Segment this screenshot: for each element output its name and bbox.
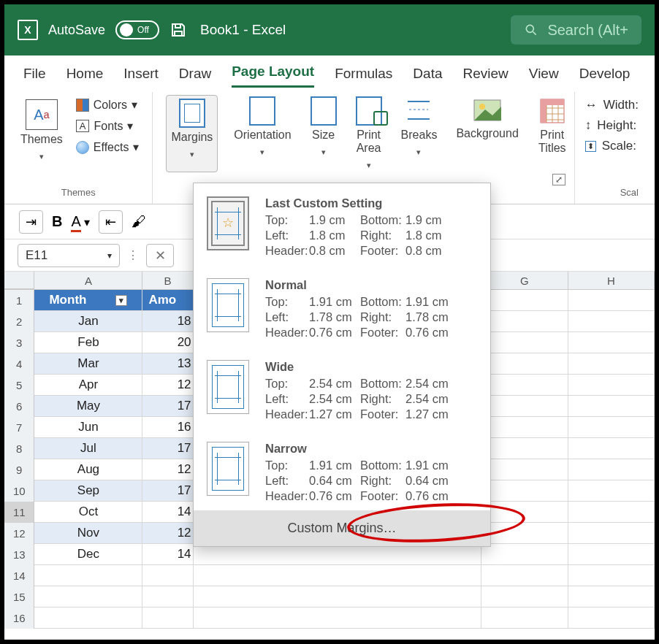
margins-button[interactable]: Margins <box>166 95 218 172</box>
page-setup-launcher[interactable]: ⤢ <box>552 174 565 185</box>
effects-button[interactable]: Effects ▾ <box>76 140 140 154</box>
column-header[interactable]: A <box>34 272 142 289</box>
row-header[interactable]: 6 <box>4 396 34 417</box>
tab-data[interactable]: Data <box>413 66 442 88</box>
cell[interactable]: May <box>34 396 142 417</box>
size-button[interactable]: Size <box>308 95 340 172</box>
outdent-button[interactable]: ⇤ <box>99 210 123 234</box>
themes-button[interactable]: Aa Themes <box>18 98 66 164</box>
cell[interactable]: Apr <box>34 375 142 396</box>
colors-button[interactable]: Colors ▾ <box>76 98 140 112</box>
cell[interactable] <box>568 586 655 607</box>
cell[interactable]: 13 <box>142 353 193 375</box>
cell[interactable] <box>481 332 568 353</box>
cell[interactable] <box>568 523 655 544</box>
indent-button[interactable]: ⇥ <box>19 210 43 234</box>
cell[interactable] <box>142 586 193 607</box>
name-box[interactable]: E11 ▾ <box>18 244 120 267</box>
autosave-toggle[interactable]: Off <box>115 20 159 39</box>
row-header[interactable]: 4 <box>4 353 34 375</box>
row-header[interactable]: 9 <box>4 459 34 480</box>
row-header[interactable]: 12 <box>4 523 34 544</box>
cell[interactable]: Feb <box>34 332 142 353</box>
cell[interactable] <box>568 565 655 586</box>
cell[interactable]: Month▾ <box>34 290 142 311</box>
breaks-button[interactable]: Breaks <box>398 95 441 172</box>
cell[interactable]: Oct <box>34 502 142 523</box>
cell[interactable]: Mar <box>34 353 142 375</box>
search-box[interactable]: Search (Alt+ <box>511 15 641 45</box>
cell[interactable]: Dec <box>34 544 142 565</box>
cell[interactable] <box>34 565 142 586</box>
margin-preset-narrow[interactable]: NarrowTop:1.91 cmBottom:1.91 cmLeft:0.64… <box>194 429 490 510</box>
row-header[interactable]: 5 <box>4 375 34 396</box>
cell[interactable] <box>34 586 142 607</box>
cell[interactable]: 12 <box>142 523 193 544</box>
cell[interactable]: Sep <box>34 480 142 502</box>
cell[interactable] <box>481 311 568 332</box>
cell[interactable]: Amo <box>142 290 193 311</box>
cell[interactable] <box>568 417 655 438</box>
cell[interactable]: 14 <box>142 502 193 523</box>
cell[interactable]: 14 <box>142 544 193 565</box>
tab-review[interactable]: Review <box>463 66 508 88</box>
cell[interactable] <box>34 607 142 629</box>
cell[interactable] <box>568 438 655 459</box>
cell[interactable]: 12 <box>142 459 193 480</box>
cell[interactable] <box>568 396 655 417</box>
row-header[interactable]: 7 <box>4 417 34 438</box>
bold-button[interactable]: B <box>52 213 62 230</box>
cell[interactable] <box>481 459 568 480</box>
format-painter-button[interactable]: 🖌 <box>132 213 146 230</box>
cell[interactable]: 17 <box>142 480 193 502</box>
cell[interactable]: Jun <box>34 417 142 438</box>
background-button[interactable]: Background <box>453 95 521 172</box>
cell[interactable] <box>568 607 655 629</box>
column-header[interactable]: B <box>142 272 193 289</box>
row-header[interactable]: 1 <box>4 290 34 311</box>
margin-preset-wide[interactable]: WideTop:2.54 cmBottom:2.54 cmLeft:2.54 c… <box>194 347 490 429</box>
tab-insert[interactable]: Insert <box>123 66 159 88</box>
column-header[interactable]: G <box>481 272 568 289</box>
row-header[interactable]: 13 <box>4 544 34 565</box>
margin-preset-last-custom-setting[interactable]: ☆Last Custom SettingTop:1.9 cmBottom:1.9… <box>194 183 490 265</box>
cell[interactable]: 17 <box>142 396 193 417</box>
tab-page-layout[interactable]: Page Layout <box>232 64 314 88</box>
cell[interactable] <box>568 332 655 353</box>
cell[interactable]: Aug <box>34 459 142 480</box>
cancel-button[interactable]: ✕ <box>146 244 174 267</box>
cell[interactable] <box>568 459 655 480</box>
width-row[interactable]: ↔Width: <box>585 95 639 115</box>
orientation-button[interactable]: Orientation <box>231 95 294 172</box>
margin-preset-normal[interactable]: NormalTop:1.91 cmBottom:1.91 cmLeft:1.78… <box>194 265 490 347</box>
cell[interactable] <box>568 375 655 396</box>
cell[interactable] <box>194 607 482 629</box>
cell[interactable] <box>481 290 568 311</box>
cell[interactable]: Jul <box>34 438 142 459</box>
row-header[interactable]: 3 <box>4 332 34 353</box>
row-header[interactable]: 8 <box>4 438 34 459</box>
cell[interactable] <box>142 607 193 629</box>
cell[interactable]: 20 <box>142 332 193 353</box>
cell[interactable] <box>481 544 568 565</box>
cell[interactable] <box>481 438 568 459</box>
select-all-corner[interactable] <box>4 272 34 289</box>
height-row[interactable]: ↕Height: <box>585 115 636 136</box>
cell[interactable] <box>568 353 655 375</box>
tab-formulas[interactable]: Formulas <box>335 66 392 88</box>
tab-draw[interactable]: Draw <box>179 66 211 88</box>
filter-dropdown-icon[interactable]: ▾ <box>115 295 127 306</box>
custom-margins-button[interactable]: Custom Margins… <box>194 510 490 546</box>
cell[interactable] <box>481 586 568 607</box>
tab-file[interactable]: File <box>23 66 46 88</box>
cell[interactable]: Jan <box>34 311 142 332</box>
cell[interactable] <box>568 544 655 565</box>
cell[interactable] <box>481 353 568 375</box>
cell[interactable]: 16 <box>142 417 193 438</box>
cell[interactable] <box>481 480 568 502</box>
cell[interactable] <box>481 607 568 629</box>
tab-home[interactable]: Home <box>66 66 104 88</box>
row-header[interactable]: 11 <box>4 502 34 523</box>
row-header[interactable]: 10 <box>4 480 34 502</box>
row-header[interactable]: 2 <box>4 311 34 332</box>
